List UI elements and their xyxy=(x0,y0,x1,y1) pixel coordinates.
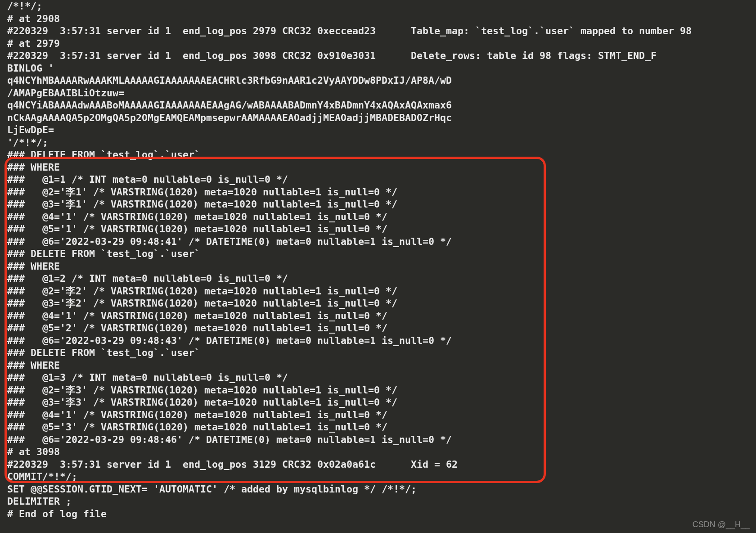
terminal-line: #220329 3:57:31 server id 1 end_log_pos … xyxy=(7,458,756,471)
terminal-line: ### @1=1 /* INT meta=0 nullable=0 is_nul… xyxy=(7,173,756,186)
terminal-line: ### @3='李1' /* VARSTRING(1020) meta=1020… xyxy=(7,198,756,211)
terminal-line: /*!*/; xyxy=(7,0,756,13)
terminal-line: LjEwDpE= xyxy=(7,124,756,136)
terminal-line: ### @3='李3' /* VARSTRING(1020) meta=1020… xyxy=(7,396,756,409)
terminal-line: # at 2908 xyxy=(7,13,756,25)
watermark: CSDN @__H__ xyxy=(693,520,750,529)
terminal-line: ### @6='2022-03-29 09:48:43' /* DATETIME… xyxy=(7,334,756,347)
terminal-line: ### @4='1' /* VARSTRING(1020) meta=1020 … xyxy=(7,211,756,223)
terminal-line: ### @2='李2' /* VARSTRING(1020) meta=1020… xyxy=(7,285,756,298)
terminal-line: ### @4='1' /* VARSTRING(1020) meta=1020 … xyxy=(7,409,756,421)
terminal-line: #220329 3:57:31 server id 1 end_log_pos … xyxy=(7,50,756,62)
terminal-line: ### WHERE xyxy=(7,359,756,372)
terminal-line: ### @1=2 /* INT meta=0 nullable=0 is_nul… xyxy=(7,272,756,285)
terminal-line: ### @6='2022-03-29 09:48:41' /* DATETIME… xyxy=(7,235,756,248)
terminal-line: COMMIT/*!*/; xyxy=(7,470,756,483)
terminal-line: #220329 3:57:31 server id 1 end_log_pos … xyxy=(7,25,756,37)
terminal-line: SET @@SESSION.GTID_NEXT= 'AUTOMATIC' /* … xyxy=(7,483,756,496)
terminal-line: BINLOG ' xyxy=(7,62,756,75)
terminal-line: # at 3098 xyxy=(7,446,756,458)
terminal-line: ### @3='李2' /* VARSTRING(1020) meta=1020… xyxy=(7,297,756,310)
terminal-line: ### @2='李3' /* VARSTRING(1020) meta=1020… xyxy=(7,384,756,397)
terminal-line: nCkAAgAAAAQA5p2OMgQA5p2OMgEAMQEAMpmsepwr… xyxy=(7,112,756,124)
terminal-line: '/*!*/; xyxy=(7,136,756,149)
terminal-line: # End of log file xyxy=(7,508,756,520)
terminal-line: ### DELETE FROM `test_log`.`user` xyxy=(7,248,756,260)
terminal-line: ### DELETE FROM `test_log`.`user` xyxy=(7,149,756,161)
terminal-line: ### @1=3 /* INT meta=0 nullable=0 is_nul… xyxy=(7,371,756,384)
terminal-line: /AMAPgEBAAIBLiOtzuw= xyxy=(7,87,756,99)
terminal-line: ### @6='2022-03-29 09:48:46' /* DATETIME… xyxy=(7,434,756,446)
terminal-line: ### @4='1' /* VARSTRING(1020) meta=1020 … xyxy=(7,310,756,322)
terminal-line: ### @2='李1' /* VARSTRING(1020) meta=1020… xyxy=(7,186,756,199)
terminal-line: DELIMITER ; xyxy=(7,495,756,508)
terminal-line: ### WHERE xyxy=(7,260,756,273)
terminal-line: ### WHERE xyxy=(7,161,756,174)
terminal-line: ### @5='1' /* VARSTRING(1020) meta=1020 … xyxy=(7,223,756,235)
terminal-line: ### DELETE FROM `test_log`.`user` xyxy=(7,347,756,359)
terminal-line: # at 2979 xyxy=(7,37,756,50)
terminal-output: /*!*/;# at 2908#220329 3:57:31 server id… xyxy=(0,0,756,520)
terminal-line: ### @5='2' /* VARSTRING(1020) meta=1020 … xyxy=(7,322,756,334)
terminal-line: ### @5='3' /* VARSTRING(1020) meta=1020 … xyxy=(7,421,756,434)
terminal-line: q4NCYhMBAAAARwAAAKMLAAAAAGIAAAAAAAEACHRl… xyxy=(7,74,756,87)
terminal-line: q4NCYiABAAAAdwAAABoMAAAAAGIAAAAAAAEAAgAG… xyxy=(7,99,756,112)
